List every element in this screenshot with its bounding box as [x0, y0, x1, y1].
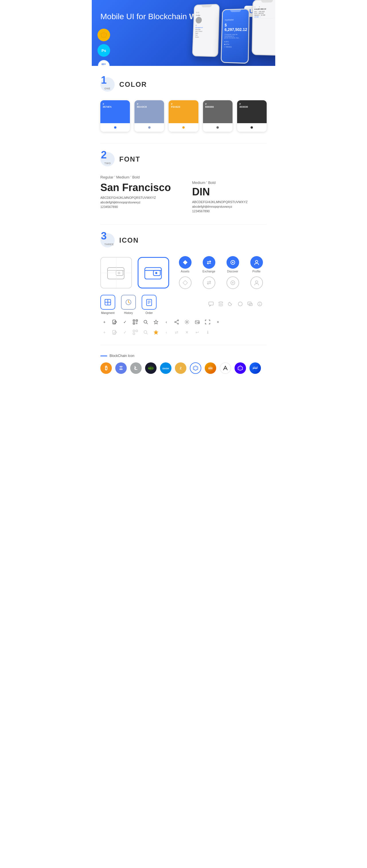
- profile-icon: [250, 256, 263, 269]
- font-din-style: Medium ' Bold: [192, 181, 266, 185]
- font-sf-lower: abcdefghijklmnopqrstuvwxyz: [101, 200, 175, 204]
- svg-rect-59: [133, 330, 135, 332]
- svg-rect-44: [136, 323, 137, 324]
- icon-profile-outline: [246, 276, 266, 289]
- blockchain-label-text: BlockChain Icon: [110, 354, 135, 358]
- document-edit-icon: [111, 318, 119, 326]
- assets-outline-icon: [179, 276, 192, 289]
- ps-badge: Ps: [97, 44, 110, 57]
- undo-gray-icon: ↩: [193, 328, 201, 336]
- svg-marker-72: [194, 367, 197, 370]
- icon-section-number: 3 THREE: [101, 233, 115, 248]
- svg-marker-71: [193, 366, 198, 370]
- swatch-hex-steelblue: #8DA0C8: [137, 102, 147, 108]
- svg-rect-61: [133, 333, 135, 335]
- icon-main-row: Assets Exchange Discover: [101, 256, 266, 289]
- chat-icon: [208, 301, 214, 308]
- icon-num-word: THREE: [104, 243, 114, 246]
- swatch-hex-dark: #303030: [239, 102, 248, 108]
- svg-rect-39: [134, 320, 134, 321]
- svg-rect-40: [137, 320, 137, 321]
- bitcoin-icon: ₿: [101, 362, 112, 374]
- svg-point-13: [255, 260, 258, 263]
- svg-rect-43: [137, 322, 137, 323]
- small-icons-row2: + ✓ ‹ ⇄ ✕ ↩ ℹ: [101, 328, 266, 336]
- blockchain-label: BlockChain Icon: [101, 354, 266, 358]
- assets-label: Assets: [181, 270, 189, 273]
- icon-discover-outline: [223, 276, 243, 289]
- font-names-row: San Francisco ABCDEFGHIJKLMNOPQRSTUVWXYZ…: [101, 181, 266, 213]
- svg-rect-45: [137, 323, 137, 324]
- phone-left: 9:41 Profile AI Management Message Add C…: [192, 4, 220, 57]
- management-icon: [101, 295, 115, 310]
- history-icon: [121, 295, 136, 310]
- svg-point-12: [232, 262, 233, 263]
- svg-point-8: [156, 272, 158, 274]
- font-num-large: 2: [101, 150, 107, 160]
- order-icon-item: Order: [142, 295, 157, 314]
- ark-icon: ARK: [205, 362, 216, 374]
- svg-text:DASH: DASH: [163, 367, 169, 370]
- svg-point-54: [186, 321, 188, 323]
- icon-exchange-outline: [199, 276, 219, 289]
- discover-label: Discover: [227, 270, 238, 273]
- wallet-icon-solid: [138, 257, 169, 288]
- font-din-lower: abcdefghijklmnopqrstuvwxyz: [192, 205, 266, 208]
- chevron-left-gray-icon: ‹: [162, 328, 170, 336]
- svg-marker-64: [154, 330, 158, 334]
- ethereum-icon: Ξ: [115, 362, 127, 374]
- wallet-icon-wireframe: [101, 257, 132, 288]
- grid-icon: [190, 362, 201, 374]
- plus-icon: +: [101, 318, 108, 326]
- hero-title-normal: Mobile UI for Blockchain: [101, 12, 189, 21]
- svg-rect-42: [136, 322, 137, 323]
- scan-icon: [204, 318, 211, 326]
- svg-marker-14: [183, 280, 188, 285]
- svg-marker-48: [154, 320, 158, 324]
- font-content: Regular ' Medium ' Bold San Francisco AB…: [101, 175, 266, 213]
- icon-assets-outline: [175, 276, 195, 289]
- poly-icon: [234, 362, 246, 374]
- assets-icon: [179, 256, 192, 269]
- profile-outline-icon: [250, 276, 263, 289]
- chevron-left-icon: ‹: [162, 318, 170, 326]
- management-label: Mangment: [101, 311, 114, 314]
- icon-num-large: 3: [101, 231, 107, 241]
- iota-icon: [220, 362, 231, 374]
- moon-icon: [228, 301, 233, 308]
- svg-point-16: [232, 282, 233, 284]
- svg-line-63: [146, 333, 148, 334]
- x-gray-icon: ✕: [183, 328, 191, 336]
- exchange-label: Exchange: [202, 270, 215, 273]
- color-section-number: 1 ONE: [101, 78, 115, 92]
- waves-icon: [250, 362, 261, 374]
- font-sf-block: San Francisco ABCDEFGHIJKLMNOPQRSTUVWXYZ…: [101, 181, 175, 209]
- svg-line-53: [176, 322, 177, 323]
- management-icon-item: Mangment: [101, 295, 115, 314]
- icon-exchange: Exchange: [199, 256, 219, 273]
- svg-point-49: [177, 320, 179, 321]
- font-sf-nums: 1234567890: [101, 205, 175, 209]
- gear-icon: [183, 318, 191, 326]
- svg-point-62: [144, 331, 147, 334]
- swatch-hex-orange: #F5A623: [171, 102, 180, 108]
- profile-label: Profile: [252, 270, 260, 273]
- font-num-word: TWO: [104, 162, 111, 165]
- info-gray-icon: ℹ: [204, 328, 211, 336]
- svg-point-46: [144, 320, 147, 323]
- swatch-dark: #303030: [237, 100, 266, 132]
- small-icons-row1: + ✓ ‹ ×: [101, 318, 266, 326]
- font-section-number: 2 TWO: [101, 152, 115, 166]
- share-icon: [173, 318, 181, 326]
- check-gray-icon: ✓: [121, 328, 129, 336]
- phone-right: + × $ 6,297,502.12 BTC 738-2003 ETH 564,…: [252, 0, 275, 56]
- svg-line-52: [176, 320, 177, 322]
- info-icon: [257, 301, 263, 308]
- icon-discover: Discover: [223, 256, 243, 273]
- litecoin-icon: Ł: [130, 362, 142, 374]
- svg-rect-23: [146, 299, 152, 306]
- swatch-blue: #3574FA: [101, 100, 130, 132]
- font-din-nums: 1234567890: [192, 209, 266, 213]
- gray-misc-icons: [208, 301, 263, 308]
- swatch-hex-blue: #3574FA: [103, 102, 112, 108]
